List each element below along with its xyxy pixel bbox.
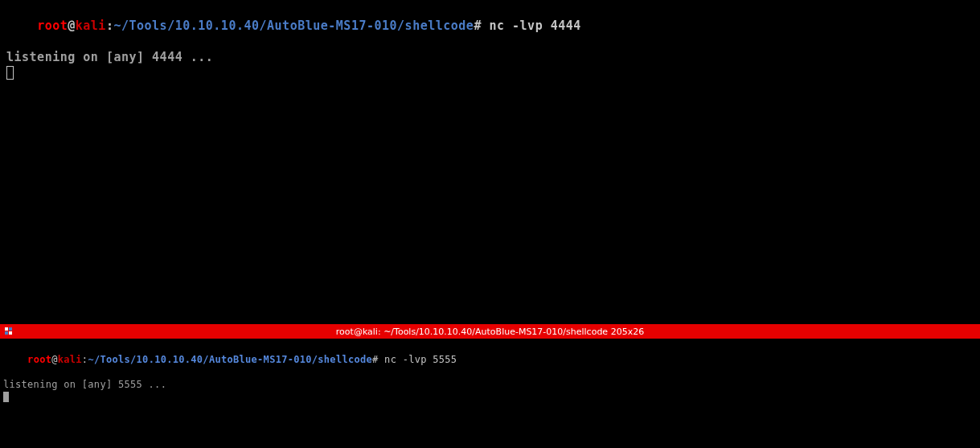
- prompt-user: root: [27, 354, 51, 365]
- output-line-bottom: listening on [any] 5555 ...: [3, 379, 977, 392]
- prompt-at: @: [51, 354, 58, 365]
- svg-rect-2: [5, 331, 8, 335]
- command-text: nc -lvp 5555: [379, 354, 457, 365]
- prompt-user: root: [37, 18, 68, 33]
- prompt-line-top: root@kali:~/Tools/10.10.10.40/AutoBlue-M…: [6, 2, 974, 50]
- terminal-pane-top[interactable]: root@kali:~/Tools/10.10.10.40/AutoBlue-M…: [0, 0, 980, 324]
- output-line-top: listening on [any] 4444 ...: [6, 50, 974, 66]
- prompt-hash: #: [474, 18, 482, 33]
- title-bar-left: [5, 327, 13, 335]
- cursor-line-bottom: [3, 391, 977, 404]
- prompt-host: kali: [76, 18, 106, 33]
- terminal-title-bar[interactable]: root@kali: ~/Tools/10.10.10.40/AutoBlue-…: [0, 324, 980, 339]
- svg-rect-3: [9, 331, 12, 335]
- command-text: nc -lvp 4444: [482, 18, 581, 33]
- cursor-line-top: [6, 65, 974, 81]
- prompt-host: kali: [58, 354, 82, 365]
- prompt-at: @: [68, 18, 76, 33]
- prompt-colon: :: [106, 18, 114, 33]
- prompt-path: ~/Tools/10.10.10.40/AutoBlue-MS17-010/sh…: [88, 354, 372, 365]
- window-icon: [5, 327, 13, 335]
- cursor-icon: [6, 66, 14, 80]
- svg-rect-1: [9, 327, 12, 331]
- terminal-pane-bottom[interactable]: root@kali:~/Tools/10.10.10.40/AutoBlue-M…: [0, 339, 980, 448]
- prompt-line-bottom: root@kali:~/Tools/10.10.10.40/AutoBlue-M…: [3, 341, 977, 379]
- cursor-icon: [3, 392, 9, 402]
- svg-rect-0: [5, 327, 8, 331]
- window-title: root@kali: ~/Tools/10.10.10.40/AutoBlue-…: [336, 327, 644, 337]
- prompt-path: ~/Tools/10.10.10.40/AutoBlue-MS17-010/sh…: [113, 18, 474, 33]
- prompt-hash: #: [372, 354, 379, 365]
